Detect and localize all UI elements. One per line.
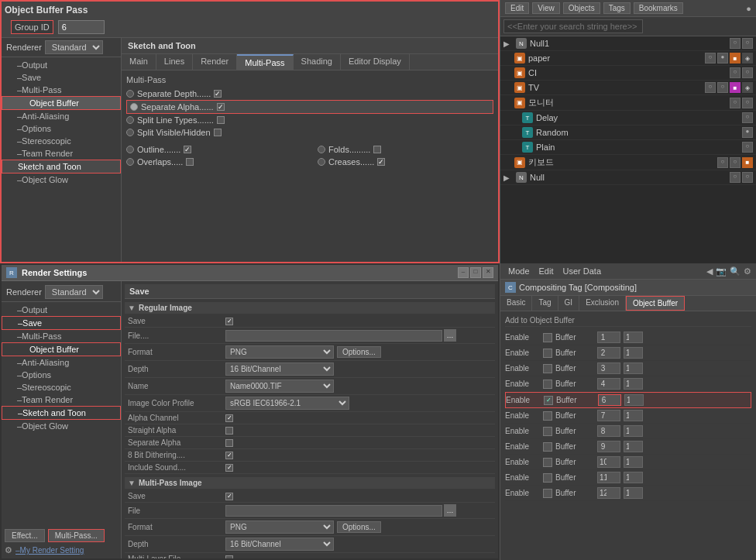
rs-straightalpha-check[interactable] (225, 427, 233, 435)
rs-tree-objectglow[interactable]: –Object Glow (2, 420, 121, 432)
cp-bufval-10[interactable] (624, 456, 643, 468)
cp-tab-gi[interactable]: GI (558, 296, 580, 311)
rs-format-options-btn[interactable]: Options... (337, 346, 381, 358)
null2-vis[interactable]: ○ (730, 172, 741, 183)
cp-tab-objectbuffer[interactable]: Object Buffer (626, 296, 685, 311)
scene-obj-keyboard[interactable]: ▣ 키보드 ○ ○ ■ (500, 155, 756, 170)
cp-enable-3[interactable] (543, 364, 552, 373)
mp-file-browse-btn[interactable]: … (444, 504, 456, 517)
st-tab-multipass[interactable]: Multi-Pass (237, 54, 293, 70)
group-id-input[interactable] (58, 20, 105, 34)
tv-vis[interactable]: ○ (705, 82, 716, 93)
tree-item-stereo[interactable]: –Stereoscopic (2, 135, 121, 147)
cp-enable-11[interactable] (543, 473, 552, 483)
rs-maximize-btn[interactable]: □ (470, 267, 481, 278)
cp-enable-4[interactable] (543, 380, 552, 389)
renderer-select[interactable]: Standard (45, 40, 103, 54)
rs-file-browse-btn[interactable]: … (444, 329, 456, 342)
cp-bufnum-10[interactable] (597, 456, 620, 468)
delay-vis[interactable]: ○ (742, 112, 753, 123)
tree-item-objectglow[interactable]: –Object Glow (2, 173, 121, 186)
tree-item-objectbuffer[interactable]: Object Buffer (2, 96, 121, 110)
cp-toolbar-settings[interactable]: ⚙ (744, 266, 751, 277)
null1-render-btn[interactable]: ○ (742, 38, 753, 49)
cp-bufval-12[interactable] (624, 487, 643, 499)
monitor-render[interactable]: ○ (742, 98, 753, 108)
cp-tab-basic[interactable]: Basic (500, 296, 532, 311)
cp-enable-10[interactable] (543, 458, 552, 467)
cp-bufnum-9[interactable] (597, 441, 620, 452)
checkbox-split-lines[interactable] (217, 116, 225, 124)
scene-search-input[interactable] (503, 19, 643, 33)
rs-dithering-check[interactable] (225, 452, 233, 459)
cp-enable-1[interactable] (543, 333, 552, 342)
scene-view-btn[interactable]: View (532, 2, 560, 14)
random-vis[interactable]: ● (742, 127, 753, 138)
mp-save-check[interactable] (225, 493, 233, 500)
tree-item-multipass[interactable]: –Multi-Pass (2, 84, 121, 96)
rs-sound-check[interactable] (225, 464, 233, 472)
st-tab-editordisplay[interactable]: Editor Display (341, 54, 410, 70)
plain-vis[interactable]: ○ (742, 142, 753, 153)
cp-bufnum-4[interactable] (597, 378, 620, 390)
cp-bufval-9[interactable] (624, 441, 643, 452)
tree-item-teamrender[interactable]: –Team Render (2, 147, 121, 160)
mp-file-input[interactable] (225, 505, 442, 517)
monitor-vis[interactable]: ○ (730, 98, 741, 108)
rs-renderer-select[interactable]: Standard (45, 285, 103, 299)
cp-enable-2[interactable] (543, 349, 552, 358)
scene-obj-monitor[interactable]: ▣ 모니터 ○ ○ (500, 95, 756, 111)
st-tab-lines[interactable]: Lines (156, 54, 193, 70)
rs-tree-save[interactable]: –Save (2, 316, 121, 330)
ci-vis[interactable]: ○ (730, 67, 741, 78)
cp-bufnum-1[interactable] (597, 332, 620, 343)
tree-item-options[interactable]: –Options (2, 122, 121, 135)
cp-bufval-2[interactable] (624, 347, 643, 359)
st-tab-shading[interactable]: Shading (294, 54, 341, 70)
keyboard-vis[interactable]: ○ (717, 157, 728, 168)
st-creases-row[interactable]: Creases...... (318, 156, 493, 168)
rs-close-btn[interactable]: ✕ (483, 267, 493, 278)
cp-tab-tag[interactable]: Tag (532, 296, 558, 311)
rs-render-setting-link[interactable]: –My Render Setting (15, 546, 84, 555)
scene-obj-ci[interactable]: ▣ CI ○ ○ (500, 66, 756, 81)
ci-render[interactable]: ○ (742, 67, 753, 78)
st-folds-row[interactable]: Folds......... (318, 143, 493, 156)
rs-alpha-check[interactable] (225, 414, 233, 422)
regular-image-header[interactable]: ▼ Regular Image (125, 302, 495, 314)
rs-tree-options[interactable]: –Options (2, 369, 121, 381)
checkbox-split-visible[interactable] (214, 129, 222, 136)
rs-save-check[interactable] (225, 318, 233, 325)
rs-colorprofile-select[interactable]: sRGB IEC61966-2.1 (225, 397, 349, 410)
st-option-split-linetypes[interactable]: Split Line Types....... (126, 114, 493, 126)
rs-depth-select[interactable]: 16 Bit/Channel (225, 362, 334, 376)
keyboard-render[interactable]: ○ (730, 157, 741, 168)
mp-depth-select[interactable]: 16 Bit/Channel (225, 538, 334, 551)
cp-bufval-4[interactable] (624, 378, 643, 390)
scene-obj-tv[interactable]: ▣ TV ○ ○ ■ ◈ (500, 81, 756, 95)
rs-tree-antialiasing[interactable]: –Anti-Aliasing (2, 356, 121, 369)
st-option-split-visible[interactable]: Split Visible/Hidden (126, 126, 493, 139)
mp-multilayer-check[interactable] (225, 555, 233, 559)
rs-tree-multipass[interactable]: –Multi-Pass (2, 330, 121, 342)
rs-file-input[interactable] (225, 330, 442, 342)
st-overlaps-row[interactable]: Overlaps..... (126, 156, 302, 168)
scene-obj-paper[interactable]: ▣ paper ○ ● ■ ◈ (500, 51, 756, 66)
multipass-image-header[interactable]: ▼ Multi-Pass Image (125, 477, 495, 489)
cp-bufnum-6[interactable] (598, 394, 621, 406)
st-tab-render[interactable]: Render (193, 54, 237, 70)
cp-bufnum-2[interactable] (597, 347, 620, 359)
tree-item-sketchtoon[interactable]: Sketch and Toon (2, 160, 121, 173)
null1-vis-btn[interactable]: ○ (730, 38, 741, 49)
rs-tree-output[interactable]: –Output (2, 304, 121, 316)
checkbox-outline[interactable] (184, 146, 191, 153)
scene-tags-btn[interactable]: Tags (603, 2, 631, 14)
cp-toolbar-camera[interactable]: 📷 (716, 266, 727, 277)
cp-bufnum-3[interactable] (597, 362, 620, 374)
cp-bufnum-12[interactable] (597, 487, 620, 499)
cp-bufval-3[interactable] (624, 362, 643, 374)
cp-userdata-btn[interactable]: User Data (560, 266, 605, 277)
rs-sepalpha-check[interactable] (225, 439, 233, 447)
checkbox-sep-depth[interactable] (214, 90, 222, 98)
scene-obj-delay[interactable]: T Delay ○ (500, 111, 756, 125)
